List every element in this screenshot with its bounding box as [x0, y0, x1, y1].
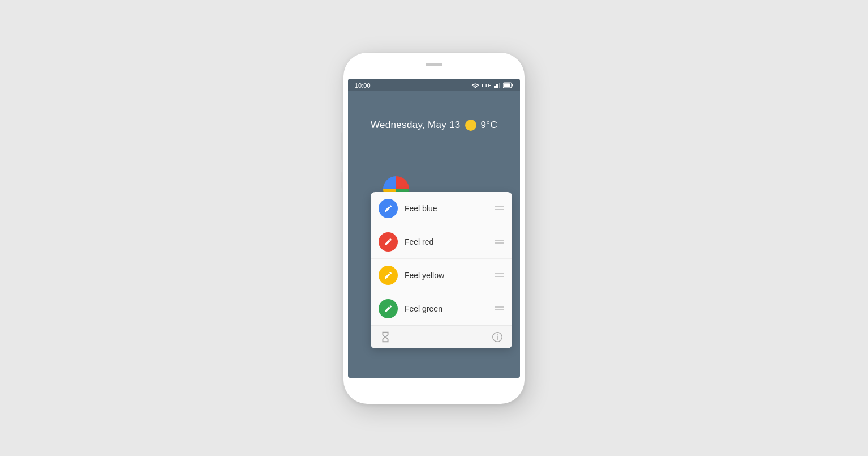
widget-item-blue[interactable]: Feel blue — [371, 192, 512, 225]
red-circle — [379, 232, 398, 252]
phone-shell: 10:00 LTE — [343, 53, 525, 404]
green-circle — [379, 299, 398, 318]
label-green: Feel green — [405, 304, 488, 313]
date-weather: Wednesday, May 13 9°C — [348, 120, 520, 131]
drag-line — [495, 309, 504, 310]
status-time: 10:00 — [355, 82, 371, 89]
yellow-circle — [379, 266, 398, 285]
info-button[interactable] — [491, 330, 504, 344]
battery-icon — [503, 82, 513, 88]
phone-screen: 10:00 LTE — [348, 79, 520, 378]
sun-icon — [465, 120, 476, 131]
drag-line — [495, 273, 504, 274]
blue-circle — [379, 199, 398, 218]
lte-label: LTE — [482, 83, 492, 88]
widget-item-green[interactable]: Feel green — [371, 292, 512, 325]
info-icon — [491, 331, 504, 343]
label-yellow: Feel yellow — [405, 271, 488, 280]
drag-line — [495, 276, 504, 277]
label-blue: Feel blue — [405, 204, 488, 213]
scene: 10:00 LTE — [0, 0, 868, 456]
temperature-text: 9°C — [481, 120, 497, 131]
svg-rect-0 — [494, 86, 496, 88]
wifi-icon — [471, 82, 479, 88]
signal-icon — [494, 82, 501, 88]
widget-card: Feel blue Feel red — [371, 192, 512, 348]
pencil-icon-red — [384, 237, 393, 246]
svg-rect-2 — [499, 83, 500, 88]
pencil-icon-yellow — [384, 271, 393, 280]
pencil-icon-blue — [384, 204, 393, 213]
drag-handle-green[interactable] — [495, 306, 504, 310]
drag-line — [495, 209, 504, 210]
label-red: Feel red — [405, 237, 488, 246]
drag-handle-blue[interactable] — [495, 206, 504, 210]
pencil-icon-green — [384, 304, 393, 313]
svg-rect-5 — [504, 83, 510, 87]
drag-handle-yellow[interactable] — [495, 273, 504, 277]
status-bar: 10:00 LTE — [348, 79, 520, 91]
drag-line — [495, 306, 504, 308]
svg-rect-4 — [512, 84, 513, 87]
widget-item-red[interactable]: Feel red — [371, 225, 512, 259]
widget-footer — [371, 325, 512, 348]
status-icons: LTE — [471, 82, 513, 88]
hourglass-button[interactable] — [379, 330, 392, 344]
svg-rect-1 — [496, 84, 498, 89]
date-text: Wednesday, May 13 — [371, 120, 461, 131]
drag-line — [495, 240, 504, 241]
drag-line — [495, 242, 504, 244]
drag-line — [495, 206, 504, 207]
drag-handle-red[interactable] — [495, 240, 504, 244]
widget-item-yellow[interactable]: Feel yellow — [371, 259, 512, 292]
hourglass-icon — [379, 331, 392, 343]
phone-speaker — [426, 63, 442, 66]
